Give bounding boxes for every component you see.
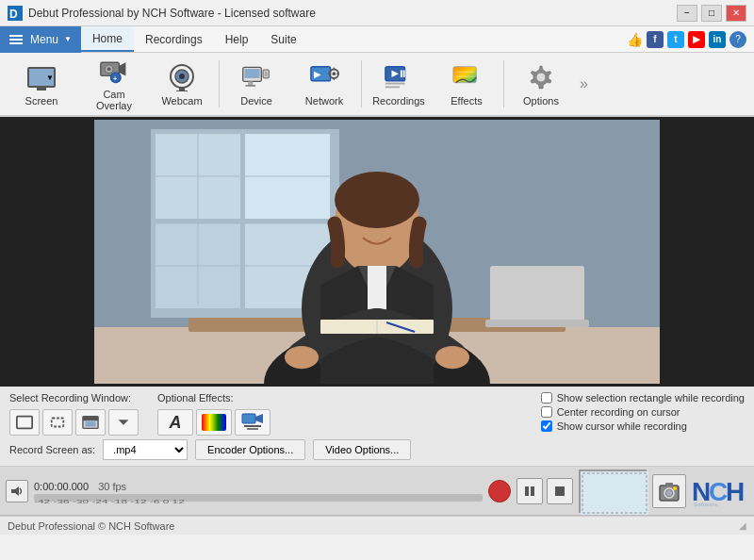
checkboxes-section: Show selection rectangle while recording… <box>541 392 745 432</box>
svg-rect-30 <box>403 70 405 77</box>
window-select-button[interactable] <box>75 409 106 436</box>
svg-rect-55 <box>368 266 386 313</box>
svg-rect-75 <box>555 486 565 496</box>
svg-rect-18 <box>265 71 268 75</box>
svg-text:H: H <box>726 477 745 506</box>
pause-button[interactable] <box>516 478 543 504</box>
toolbar: ▼ Screen + Cam Overlay <box>0 53 754 117</box>
menu-arrow-icon: ▼ <box>64 35 72 43</box>
webcam-label: Webcam <box>161 95 202 107</box>
svg-point-80 <box>666 490 672 496</box>
svg-rect-14 <box>245 69 260 78</box>
toolbar-separator-2 <box>361 60 362 107</box>
nch-logo: N C H Software <box>692 474 748 507</box>
svg-rect-15 <box>248 81 253 85</box>
volume-button[interactable] <box>6 480 28 502</box>
show-rectangle-checkbox[interactable] <box>541 392 552 404</box>
svg-marker-68 <box>255 414 263 423</box>
video-preview-area <box>0 117 754 387</box>
color-effect-button[interactable] <box>196 409 232 436</box>
full-screen-button[interactable] <box>9 409 40 436</box>
screen-label: Screen <box>25 95 58 107</box>
svg-rect-81 <box>665 483 673 486</box>
svg-point-57 <box>435 346 469 369</box>
status-text: Debut Professional © NCH Software <box>8 520 174 532</box>
svg-rect-12 <box>176 91 188 91</box>
zoom-effect-button[interactable] <box>235 409 270 436</box>
svg-point-36 <box>536 73 546 82</box>
window-buttons <box>9 409 139 436</box>
toolbar-network-button[interactable]: ▶ Network <box>291 56 357 112</box>
facebook-icon[interactable]: f <box>647 31 664 48</box>
region-select-button[interactable] <box>42 409 73 436</box>
toolbar-device-button[interactable]: Device <box>223 56 289 112</box>
menu-item-help[interactable]: Help <box>214 26 260 52</box>
menu-item-home[interactable]: Home <box>81 26 134 52</box>
help-icon[interactable]: ? <box>729 31 746 48</box>
twitter-icon[interactable]: t <box>667 31 684 48</box>
device-label: Device <box>240 95 272 107</box>
svg-text:D: D <box>9 8 18 21</box>
thumbnail-preview[interactable] <box>579 469 647 513</box>
pause-icon <box>523 485 536 498</box>
optional-effects-label: Optional Effects: <box>157 392 270 404</box>
svg-rect-31 <box>385 82 405 84</box>
time-row: 0:00:00.000 30 fps <box>34 481 483 492</box>
stop-button[interactable] <box>547 478 573 504</box>
toolbar-cam-overlay-button[interactable]: + Cam Overlay <box>81 56 147 112</box>
toolbar-options-button[interactable]: Options <box>508 56 574 112</box>
screen-icon: ▼ <box>26 62 57 92</box>
video-options-button[interactable]: Video Options... <box>313 439 411 460</box>
svg-text:-42 -36 -30 -24 -18 -12 -6 0 1: -42 -36 -30 -24 -18 -12 -6 0 12 <box>34 499 185 503</box>
svg-point-82 <box>673 486 677 490</box>
close-button[interactable]: ✕ <box>726 5 746 22</box>
svg-marker-66 <box>119 420 129 424</box>
svg-text:Software: Software <box>694 502 718 507</box>
time-display: 0:00:00.000 <box>34 481 89 492</box>
toolbar-screen-button[interactable]: ▼ Screen <box>4 56 79 112</box>
menu-button[interactable]: Menu ▼ <box>0 26 81 53</box>
svg-text:+: + <box>113 74 117 82</box>
svg-point-56 <box>285 346 319 369</box>
snapshot-button[interactable] <box>652 474 686 508</box>
menu-item-suite[interactable]: Suite <box>259 26 307 52</box>
checkbox-show-rectangle: Show selection rectangle while recording <box>541 392 745 404</box>
toolbar-more-button[interactable]: » <box>580 75 588 92</box>
svg-rect-76 <box>581 471 648 515</box>
svg-point-54 <box>335 172 419 228</box>
timeline-track[interactable]: -42 -36 -30 -24 -18 -12 -6 0 12 <box>34 494 483 502</box>
webcam-icon <box>167 62 197 92</box>
like-icon[interactable]: 👍 <box>627 32 643 47</box>
encoder-options-button[interactable]: Encoder Options... <box>195 439 305 460</box>
youtube-icon[interactable]: ▶ <box>688 31 705 48</box>
record-button[interactable] <box>488 480 511 502</box>
nch-logo-image: N C H Software <box>692 474 748 507</box>
toolbar-separator-1 <box>219 60 220 107</box>
effects-buttons: A <box>157 409 270 436</box>
format-select[interactable]: .mp4 .avi .wmv .mov <box>103 439 188 460</box>
svg-rect-73 <box>525 486 529 496</box>
window-controls: − □ ✕ <box>677 5 746 22</box>
svg-text:▶: ▶ <box>314 69 321 79</box>
camera-icon <box>659 481 680 502</box>
window-dropdown-button[interactable] <box>108 409 139 436</box>
svg-rect-64 <box>83 417 98 421</box>
text-effect-button[interactable]: A <box>157 409 193 436</box>
options-label: Options <box>523 95 559 107</box>
svg-rect-50 <box>485 320 589 327</box>
svg-point-10 <box>179 74 185 79</box>
minimize-button[interactable]: − <box>677 5 697 22</box>
linkedin-icon[interactable]: in <box>709 31 726 48</box>
fps-display: 30 fps <box>98 481 126 492</box>
toolbar-recordings-button[interactable]: Recordings <box>366 56 432 112</box>
toolbar-effects-button[interactable]: Effects <box>434 56 500 112</box>
show-cursor-checkbox[interactable] <box>541 420 552 432</box>
recording-window-section: Select Recording Window: <box>9 392 139 436</box>
title-bar: D Debut Professional by NCH Software - L… <box>0 0 754 26</box>
maximize-button[interactable]: □ <box>701 5 722 22</box>
menu-item-recordings[interactable]: Recordings <box>134 26 214 52</box>
toolbar-webcam-button[interactable]: Webcam <box>149 56 215 112</box>
center-cursor-checkbox[interactable] <box>541 406 552 418</box>
cam-overlay-icon: + <box>99 58 129 86</box>
network-icon: ▶ <box>309 62 339 92</box>
